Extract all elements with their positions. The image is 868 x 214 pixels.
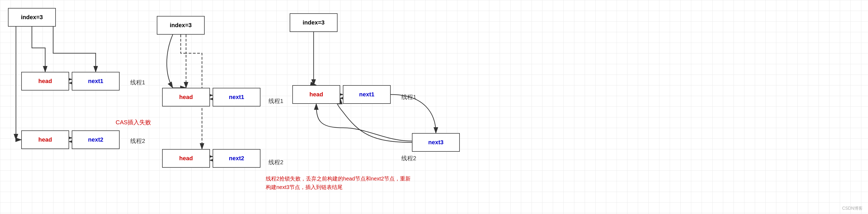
d2-thread1-label: 线程1 (269, 97, 283, 105)
d2-index-box: index=3 (157, 16, 205, 35)
watermark: CSDN博客 (842, 206, 863, 211)
d3-next1-label: next1 (359, 91, 374, 98)
d3-thread2-label: 线程2 (401, 154, 416, 162)
d3-description: 线程2抢锁失败，丢弃之前构建的head节点和next2节点，重新构建next3节… (266, 175, 411, 191)
d1-next1: next1 (72, 72, 120, 90)
d1-thread1-label: 线程1 (130, 79, 145, 86)
d1-index-box: index=3 (8, 8, 56, 27)
d3-index-label: index=3 (303, 19, 325, 26)
d1-head2: head (21, 130, 69, 149)
d1-next2-label: next2 (88, 136, 103, 143)
d1-next2: next2 (72, 130, 120, 149)
d1-head1: head (21, 72, 69, 90)
d3-next3: next3 (412, 133, 460, 152)
d3-next1: next1 (343, 85, 391, 104)
d2-next2: next2 (213, 149, 260, 168)
d2-next2-label: next2 (229, 155, 244, 162)
d2-next1-label: next1 (229, 94, 244, 101)
d1-head2-label: head (38, 136, 52, 143)
d2-head2-label: head (179, 155, 193, 162)
d3-head1-label: head (309, 91, 323, 98)
d1-index-label: index=3 (21, 14, 43, 21)
d2-head1-label: head (179, 94, 193, 101)
d1-thread2-label: 线程2 (130, 137, 145, 145)
d3-thread1-label: 线程1 (401, 93, 416, 101)
d2-head2: head (162, 149, 210, 168)
d2-thread2-label: 线程2 (269, 158, 283, 166)
d2-cas-fail-label: CAS插入失败 (116, 118, 151, 127)
d3-next3-label: next3 (428, 139, 443, 146)
d2-next1: next1 (213, 88, 260, 106)
d1-next1-label: next1 (88, 78, 103, 85)
d2-head1: head (162, 88, 210, 106)
d3-head1: head (292, 85, 340, 104)
d1-head1-label: head (38, 78, 52, 85)
d2-index-label: index=3 (170, 22, 192, 29)
d3-index-box: index=3 (290, 13, 338, 32)
